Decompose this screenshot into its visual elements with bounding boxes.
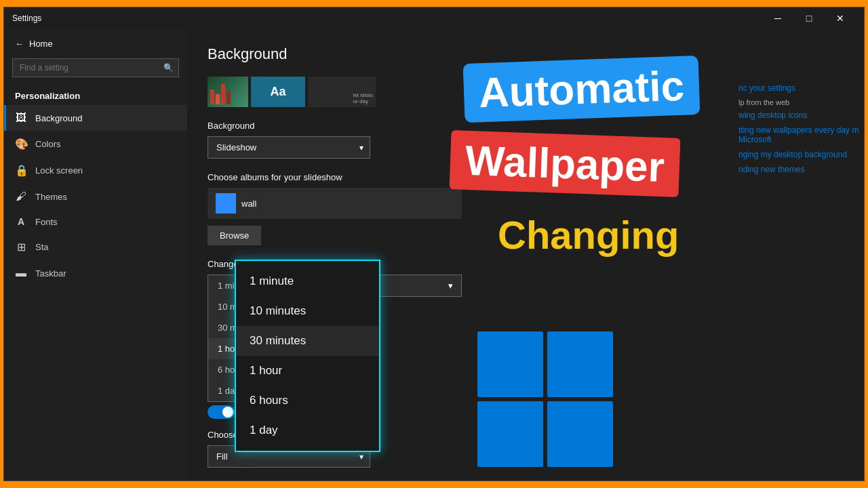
sidebar-item-label: Taskbar: [35, 268, 66, 279]
album-item: wall: [208, 188, 462, 219]
albums-label: Choose albums for your slideshow: [208, 172, 844, 182]
popup-option-6hours[interactable]: 6 hours: [236, 386, 379, 415]
sidebar-item-colors[interactable]: 🎨 Colors: [4, 131, 187, 157]
preview-image-2: Aa: [251, 77, 305, 107]
win-tile-2: [547, 331, 613, 397]
bar1: [210, 89, 214, 104]
title-bar-controls: ─ □ ✕: [762, 7, 856, 29]
main-content: Background Aa let idiotsur day: [187, 29, 864, 481]
sidebar-item-fonts[interactable]: A Fonts: [4, 209, 187, 234]
title-bar: Settings ─ □ ✕: [4, 7, 864, 29]
browse-button[interactable]: Browse: [208, 226, 261, 245]
popup-option-1day[interactable]: 1 day: [236, 415, 379, 445]
album-name: wall: [241, 199, 256, 209]
sidebar-item-lockscreen[interactable]: 🔒 Lock screen: [4, 157, 187, 184]
minimize-button[interactable]: ─: [762, 7, 793, 29]
back-arrow-icon: ←: [15, 39, 24, 49]
preview-bars: [208, 77, 248, 107]
sidebar-item-label: Colors: [35, 139, 61, 149]
background-icon: 🖼: [15, 112, 27, 124]
title-bar-left: Settings: [12, 14, 41, 23]
preview-text: let idiotsur day: [353, 92, 373, 104]
settings-window: Settings ─ □ ✕ ← Home 🔍 Personalization …: [3, 7, 865, 481]
page-title: Background: [208, 45, 844, 63]
sample-text: Aa: [270, 85, 285, 99]
fonts-icon: A: [15, 216, 27, 227]
toggle-knob: [222, 407, 233, 418]
album-thumbnail: [216, 193, 236, 214]
preview-image-1: [208, 77, 248, 107]
win-tile-1: [477, 331, 543, 397]
search-icon: 🔍: [163, 63, 174, 73]
window-body: ← Home 🔍 Personalization 🖼 Background 🎨 …: [4, 29, 864, 481]
sidebar-item-label: Themes: [35, 192, 67, 202]
maximize-button[interactable]: □: [793, 7, 825, 29]
chevron-down-icon: ▾: [448, 281, 453, 291]
popup-option-30min[interactable]: 30 minutes: [236, 326, 379, 356]
sidebar: ← Home 🔍 Personalization 🖼 Background 🎨 …: [4, 29, 187, 481]
preview-strip: Aa let idiotsur day: [208, 77, 844, 107]
bar4: [226, 91, 231, 104]
popup-list: 1 minute 10 minutes 30 minutes 1 hour 6 …: [235, 260, 380, 452]
sidebar-item-label: Background: [35, 113, 82, 123]
popup-option-1min[interactable]: 1 minute: [236, 266, 379, 296]
sidebar-item-label: Lock screen: [35, 165, 83, 176]
changing-banner: Changing: [498, 212, 679, 258]
themes-icon: 🖌: [15, 190, 27, 203]
bar2: [216, 94, 220, 104]
sidebar-item-background[interactable]: 🖼 Background: [4, 105, 187, 131]
sidebar-section-title: Personalization: [4, 83, 187, 105]
taskbar-icon: ▬: [15, 267, 27, 279]
bar3: [221, 84, 225, 104]
sidebar-item-start[interactable]: ⊞ Sta: [4, 234, 187, 260]
background-dropdown[interactable]: Picture Solid color Slideshow: [208, 136, 370, 159]
sidebar-item-taskbar[interactable]: ▬ Taskbar: [4, 260, 187, 286]
colors-icon: 🎨: [15, 138, 27, 150]
background-dropdown-wrapper: Picture Solid color Slideshow ▾: [208, 136, 370, 159]
start-icon: ⊞: [15, 241, 27, 253]
popup-option-10min[interactable]: 10 minutes: [236, 296, 379, 326]
close-button[interactable]: ✕: [825, 7, 856, 29]
sidebar-back-button[interactable]: ← Home: [4, 35, 187, 53]
help-link-change[interactable]: nging my desktop background: [738, 150, 864, 159]
home-label: Home: [29, 39, 53, 49]
sidebar-item-label: Sta: [35, 242, 49, 252]
help-link-icons[interactable]: wing desktop icons: [738, 110, 864, 120]
search-input[interactable]: [12, 58, 179, 77]
popup-option-1hour[interactable]: 1 hour: [236, 356, 379, 386]
background-setting-label: Background: [208, 121, 844, 131]
windows-logo: [477, 331, 613, 467]
sidebar-search-container: 🔍: [12, 58, 179, 77]
battery-toggle[interactable]: [208, 405, 235, 419]
preview-image-3: let idiotsur day: [308, 77, 376, 107]
sidebar-item-label: Fonts: [35, 217, 58, 227]
wallpaper-banner: Wallpaper: [450, 130, 681, 197]
lock-icon: 🔒: [15, 164, 27, 177]
sidebar-item-themes[interactable]: 🖌 Themes: [4, 184, 187, 209]
title-bar-title: Settings: [12, 14, 41, 23]
